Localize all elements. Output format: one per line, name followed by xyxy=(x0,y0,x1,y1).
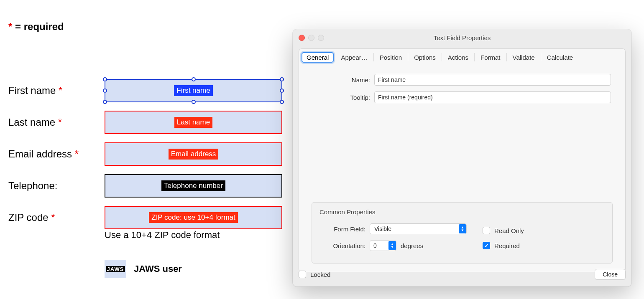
required-legend: * = required xyxy=(8,21,289,33)
label-name: Name: xyxy=(299,76,370,84)
field-email[interactable]: Email address xyxy=(105,142,282,166)
resize-handle[interactable] xyxy=(280,77,284,81)
row-required: Required xyxy=(483,239,605,252)
general-fields: Name: Tooltip: xyxy=(299,74,625,109)
window-close-icon[interactable] xyxy=(299,35,305,41)
label-zip: ZIP code * xyxy=(8,212,105,223)
label-form-field: Form Field: xyxy=(319,226,365,233)
label-telephone: Telephone: xyxy=(8,180,105,192)
label-orientation: Orientation: xyxy=(319,242,365,249)
select-arrows-icon: ▲▼ xyxy=(459,224,466,233)
resize-handle[interactable] xyxy=(103,100,107,104)
tab-divider xyxy=(442,53,442,61)
hint-zip: Use a 10+4 ZIP code format xyxy=(105,230,289,241)
dialog-tabs: General Appear… Position Options Actions… xyxy=(299,48,626,66)
window-zoom-icon xyxy=(318,35,324,41)
label-degrees: degrees xyxy=(401,242,423,249)
input-name[interactable] xyxy=(374,74,611,86)
footer-left: Locked xyxy=(299,271,330,278)
tab-divider xyxy=(474,53,475,61)
resize-handle[interactable] xyxy=(192,77,196,81)
tab-validate[interactable]: Validate xyxy=(508,52,540,63)
close-button[interactable]: Close xyxy=(595,269,626,280)
tab-divider xyxy=(506,53,507,61)
tab-position[interactable]: Position xyxy=(375,52,407,63)
label-email: Email address * xyxy=(8,148,105,160)
tab-options[interactable]: Options xyxy=(409,52,441,63)
field-telephone[interactable]: Telephone number xyxy=(105,174,282,198)
select-orientation-value: 0 xyxy=(373,242,388,249)
label-first-name: First name * xyxy=(8,85,105,96)
tab-appearance[interactable]: Appear… xyxy=(336,52,372,63)
label-read-only: Read Only xyxy=(494,227,524,234)
row-orientation: Orientation: 0 ▲▼ degrees xyxy=(319,239,483,252)
pdf-form-editor: * = required First name * First name xyxy=(8,21,289,278)
input-tooltip[interactable] xyxy=(374,91,611,103)
text-field-properties-dialog: Text Field Properties General Appear… Po… xyxy=(293,29,631,286)
dialog-panel: Name: Tooltip: Common Properties Form Fi… xyxy=(299,66,626,272)
row-form-field: Form Field: Visible ▲▼ xyxy=(319,222,483,236)
tab-calculate[interactable]: Calculate xyxy=(542,52,578,63)
label-required: Required xyxy=(494,242,520,249)
field-tag-zip: ZIP code: use 10+4 format xyxy=(149,212,238,223)
tab-divider xyxy=(335,53,335,61)
jaws-user-row: JAWS JAWS user xyxy=(105,260,289,278)
tab-divider xyxy=(408,53,408,61)
jaws-user-label: JAWS user xyxy=(134,264,182,274)
resize-handle[interactable] xyxy=(280,100,284,104)
resize-handle[interactable] xyxy=(103,77,107,81)
resize-handle[interactable] xyxy=(192,100,196,104)
form-row-first-name: First name * First name xyxy=(8,79,289,103)
select-form-field[interactable]: Visible ▲▼ xyxy=(370,223,467,234)
required-asterisk: * xyxy=(8,21,12,32)
dialog-title: Text Field Properties xyxy=(293,34,631,41)
label-locked: Locked xyxy=(310,271,330,278)
field-tag-last-name: Last name xyxy=(174,117,212,128)
common-properties-title: Common Properties xyxy=(319,208,605,215)
label-tooltip: Tooltip: xyxy=(299,94,370,101)
field-tag-telephone: Telephone number xyxy=(161,180,225,191)
select-orientation[interactable]: 0 ▲▼ xyxy=(370,240,396,251)
window-traffic-lights xyxy=(299,35,324,41)
form-row-email: Email address * Email address xyxy=(8,142,289,166)
select-form-field-value: Visible xyxy=(374,226,459,232)
checkbox-locked[interactable] xyxy=(299,271,306,278)
tab-divider xyxy=(541,53,541,61)
row-read-only: Read Only xyxy=(483,224,605,237)
field-zip[interactable]: ZIP code: use 10+4 format xyxy=(105,206,282,229)
row-tooltip: Tooltip: xyxy=(299,91,625,103)
dialog-titlebar[interactable]: Text Field Properties xyxy=(293,29,631,46)
tab-divider xyxy=(373,53,374,61)
dialog-footer: Locked Close xyxy=(299,267,626,281)
field-tag-email: Email address xyxy=(169,149,219,160)
window-minimize-icon xyxy=(308,35,314,41)
field-tag-first-name: First name xyxy=(174,85,212,96)
form-row-zip: ZIP code * ZIP code: use 10+4 format xyxy=(8,205,289,230)
checkbox-required[interactable] xyxy=(483,242,490,249)
field-first-name[interactable]: First name xyxy=(105,79,282,102)
tab-general[interactable]: General xyxy=(302,52,334,63)
field-last-name[interactable]: Last name xyxy=(105,111,282,134)
row-name: Name: xyxy=(299,74,625,86)
checkbox-read-only[interactable] xyxy=(483,227,490,234)
required-legend-text: = required xyxy=(12,21,64,32)
form-row-last-name: Last name * Last name xyxy=(8,110,289,134)
resize-handle[interactable] xyxy=(103,89,107,93)
resize-handle[interactable] xyxy=(280,89,284,93)
jaws-icon[interactable]: JAWS xyxy=(105,260,126,278)
form-fields: First name * First name Last name * Last… xyxy=(8,79,289,278)
tab-format[interactable]: Format xyxy=(475,52,506,63)
tab-actions[interactable]: Actions xyxy=(443,52,473,63)
common-properties: Common Properties Form Field: Visible ▲▼… xyxy=(312,202,613,264)
form-row-telephone: Telephone: Telephone number xyxy=(8,174,289,198)
select-arrows-icon: ▲▼ xyxy=(388,241,396,250)
label-last-name: Last name * xyxy=(8,117,105,128)
